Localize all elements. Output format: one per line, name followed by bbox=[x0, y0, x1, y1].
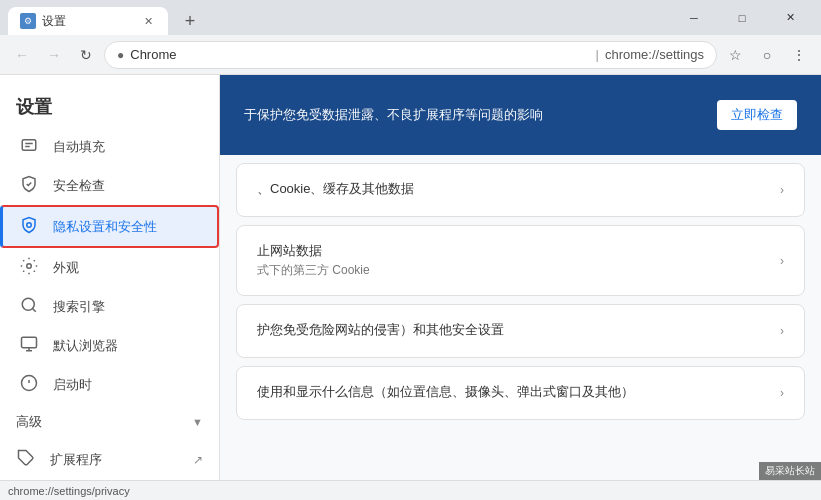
permissions-content: 使用和显示什么信息（如位置信息、摄像头、弹出式窗口及其他） bbox=[257, 383, 780, 403]
security-row[interactable]: 护您免受危险网站的侵害）和其他安全设置 › bbox=[237, 305, 804, 357]
startup-label: 启动时 bbox=[53, 376, 92, 394]
safety-icon bbox=[19, 175, 39, 196]
check-button[interactable]: 立即检查 bbox=[717, 100, 797, 130]
header-text: 于保护您免受数据泄露、不良扩展程序等问题的影响 bbox=[244, 106, 717, 124]
sidebar: 设置 自动填充 安全检查 隐私设置和安全性 外观 bbox=[0, 75, 220, 480]
main-layout: 设置 自动填充 安全检查 隐私设置和安全性 外观 bbox=[0, 75, 821, 480]
sidebar-item-startup[interactable]: 启动时 bbox=[0, 365, 219, 404]
url-path: chrome://settings bbox=[605, 47, 704, 62]
forward-button[interactable]: → bbox=[40, 41, 68, 69]
reload-button[interactable]: ↻ bbox=[72, 41, 100, 69]
sidebar-advanced[interactable]: 高级 ▼ bbox=[0, 404, 219, 440]
safety-label: 安全检查 bbox=[53, 177, 105, 195]
toolbar-icons: ☆ ○ ⋮ bbox=[721, 41, 813, 69]
site-data-row[interactable]: 止网站数据 式下的第三方 Cookie › bbox=[237, 226, 804, 295]
statusbar: chrome://settings/privacy bbox=[0, 480, 821, 500]
back-button[interactable]: ← bbox=[8, 41, 36, 69]
permissions-section: 使用和显示什么信息（如位置信息、摄像头、弹出式窗口及其他） › bbox=[236, 366, 805, 420]
sidebar-item-search[interactable]: 搜索引擎 bbox=[0, 287, 219, 326]
sidebar-item-safety[interactable]: 安全检查 bbox=[0, 166, 219, 205]
site-data-desc: 式下的第三方 Cookie bbox=[257, 262, 780, 279]
svg-point-5 bbox=[22, 298, 34, 310]
search-icon bbox=[19, 296, 39, 317]
site-data-title: 止网站数据 bbox=[257, 242, 780, 260]
appearance-icon bbox=[19, 257, 39, 278]
extensions-label: 扩展程序 bbox=[50, 451, 102, 469]
watermark: 易采站长站 bbox=[759, 462, 821, 480]
content-body: 、Cookie、缓存及其他数据 › 止网站数据 式下的第三方 Cookie › bbox=[220, 163, 821, 420]
cookies-arrow: › bbox=[780, 183, 784, 197]
svg-rect-7 bbox=[22, 337, 37, 348]
sidebar-extensions[interactable]: 扩展程序 ↗ bbox=[0, 440, 219, 479]
site-data-arrow: › bbox=[780, 254, 784, 268]
security-title: 护您免受危险网站的侵害）和其他安全设置 bbox=[257, 321, 780, 339]
security-arrow: › bbox=[780, 324, 784, 338]
tab-title: 设置 bbox=[42, 13, 66, 30]
cookies-content: 、Cookie、缓存及其他数据 bbox=[257, 180, 780, 200]
url-bar[interactable]: ● Chrome | chrome://settings bbox=[104, 41, 717, 69]
extensions-icon bbox=[16, 449, 36, 470]
browser-icon bbox=[19, 335, 39, 356]
autofill-icon bbox=[19, 136, 39, 157]
privacy-icon bbox=[19, 216, 39, 237]
new-tab-button[interactable]: + bbox=[176, 7, 204, 35]
tab-favicon: ⚙ bbox=[20, 13, 36, 29]
external-link-icon: ↗ bbox=[193, 453, 203, 467]
status-url: chrome://settings/privacy bbox=[8, 485, 130, 497]
startup-icon bbox=[19, 374, 39, 395]
profile-button[interactable]: ○ bbox=[753, 41, 781, 69]
advanced-label: 高级 bbox=[16, 413, 42, 431]
url-separator: | bbox=[596, 47, 599, 62]
sidebar-item-appearance[interactable]: 外观 bbox=[0, 248, 219, 287]
security-content: 护您免受危险网站的侵害）和其他安全设置 bbox=[257, 321, 780, 341]
close-button[interactable]: ✕ bbox=[767, 0, 813, 35]
security-section: 护您免受危险网站的侵害）和其他安全设置 › bbox=[236, 304, 805, 358]
tab-close-button[interactable]: ✕ bbox=[140, 13, 156, 29]
addressbar: ← → ↻ ● Chrome | chrome://settings ☆ ○ ⋮ bbox=[0, 35, 821, 75]
search-label: 搜索引擎 bbox=[53, 298, 105, 316]
lock-icon: ● bbox=[117, 48, 124, 62]
privacy-label: 隐私设置和安全性 bbox=[53, 218, 157, 236]
settings-tab[interactable]: ⚙ 设置 ✕ bbox=[8, 7, 168, 35]
permissions-title: 使用和显示什么信息（如位置信息、摄像头、弹出式窗口及其他） bbox=[257, 383, 780, 401]
autofill-label: 自动填充 bbox=[53, 138, 105, 156]
cookies-row[interactable]: 、Cookie、缓存及其他数据 › bbox=[237, 164, 804, 216]
minimize-button[interactable]: ─ bbox=[671, 0, 717, 35]
sidebar-about[interactable]: 关于 Chrome bbox=[0, 479, 219, 480]
browser-label: 默认浏览器 bbox=[53, 337, 118, 355]
permissions-row[interactable]: 使用和显示什么信息（如位置信息、摄像头、弹出式窗口及其他） › bbox=[237, 367, 804, 419]
svg-point-4 bbox=[27, 264, 32, 269]
cookies-title: 、Cookie、缓存及其他数据 bbox=[257, 180, 780, 198]
tab-bar: ⚙ 设置 ✕ + bbox=[0, 0, 671, 35]
content-area: 于保护您免受数据泄露、不良扩展程序等问题的影响 立即检查 、Cookie、缓存及… bbox=[220, 75, 821, 480]
content-header: 于保护您免受数据泄露、不良扩展程序等问题的影响 立即检查 bbox=[220, 75, 821, 155]
restore-button[interactable]: □ bbox=[719, 0, 765, 35]
sidebar-item-autofill[interactable]: 自动填充 bbox=[0, 127, 219, 166]
sidebar-item-privacy[interactable]: 隐私设置和安全性 bbox=[0, 205, 219, 248]
sidebar-title: 设置 bbox=[0, 83, 219, 127]
bookmark-button[interactable]: ☆ bbox=[721, 41, 749, 69]
site-data-section: 止网站数据 式下的第三方 Cookie › bbox=[236, 225, 805, 296]
titlebar: ⚙ 设置 ✕ + ─ □ ✕ bbox=[0, 0, 821, 35]
advanced-arrow: ▼ bbox=[192, 416, 203, 428]
site-data-content: 止网站数据 式下的第三方 Cookie bbox=[257, 242, 780, 279]
window-controls: ─ □ ✕ bbox=[671, 0, 821, 35]
sidebar-item-browser[interactable]: 默认浏览器 bbox=[0, 326, 219, 365]
cookies-section: 、Cookie、缓存及其他数据 › bbox=[236, 163, 805, 217]
svg-line-6 bbox=[32, 308, 35, 311]
menu-button[interactable]: ⋮ bbox=[785, 41, 813, 69]
permissions-arrow: › bbox=[780, 386, 784, 400]
appearance-label: 外观 bbox=[53, 259, 79, 277]
url-brand: Chrome bbox=[130, 47, 589, 62]
svg-rect-0 bbox=[22, 140, 36, 151]
svg-point-3 bbox=[27, 223, 32, 228]
